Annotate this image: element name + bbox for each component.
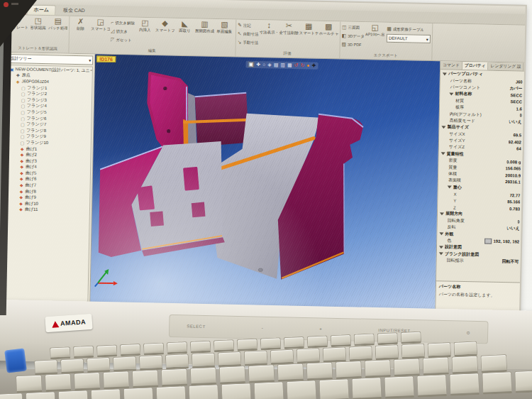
keyboard-key[interactable] <box>416 374 447 398</box>
ribbon-button-small[interactable]: ◿ 切欠き <box>111 27 135 35</box>
keyboard-key[interactable] <box>248 364 275 383</box>
keyboard-key[interactable] <box>60 359 84 374</box>
view-toolbar-icon[interactable]: ○ <box>262 62 265 67</box>
keyboard-key[interactable] <box>260 337 282 350</box>
forming-table-button[interactable]: ▦ 成形変換テーブル <box>387 25 423 33</box>
ribbon-button-small[interactable]: ◫ 三面図 <box>342 23 365 31</box>
keyboard-key[interactable] <box>297 348 321 364</box>
view-toolbar-icon[interactable]: ✚ <box>256 62 260 67</box>
keyboard-key[interactable] <box>286 380 316 399</box>
panel-tab[interactable]: コマンド <box>440 61 462 70</box>
keyboard-key[interactable] <box>237 339 258 351</box>
keyboard-key[interactable] <box>192 353 216 368</box>
view-toolbar-icon[interactable]: ▥ <box>280 62 285 68</box>
ribbon-button[interactable]: ▤ バッチ処理 <box>48 16 68 45</box>
keyboard-key[interactable] <box>393 358 420 377</box>
keyboard-key[interactable] <box>351 377 382 399</box>
keyboard-key[interactable] <box>214 339 235 352</box>
view-toolbar-icon[interactable]: ▣ <box>248 62 254 67</box>
keyboard-key[interactable] <box>307 335 328 348</box>
ribbon-button[interactable]: ◳ 形状認識 <box>28 16 48 45</box>
keyboard-key[interactable] <box>50 346 71 359</box>
ribbon-tab[interactable]: 板金 CAD <box>57 6 92 16</box>
keyboard-key[interactable] <box>221 383 251 399</box>
keyboard-key[interactable] <box>400 332 421 344</box>
keyboard-key[interactable] <box>253 381 284 399</box>
keyboard-key[interactable] <box>480 354 507 373</box>
keyboard-key[interactable] <box>143 342 165 355</box>
panel-tab[interactable]: レンダリング 設 <box>488 62 523 71</box>
ribbon-button[interactable]: ◲ スマートコーナー <box>91 17 111 46</box>
keyboard-key[interactable] <box>306 362 333 381</box>
keyboard-key[interactable] <box>190 341 211 354</box>
ribbon-button[interactable]: ↕ 寸法表示・非表示 <box>259 21 279 50</box>
keyboard-key[interactable] <box>364 359 391 378</box>
keyboard-key[interactable] <box>167 341 188 354</box>
tree-mode-combo[interactable]: 設計ツリー ▾ <box>8 54 93 65</box>
keyboard-key[interactable] <box>354 333 375 346</box>
ribbon-button-small[interactable]: ▨ 3D PDF <box>341 40 365 48</box>
keyboard-key[interactable] <box>165 354 189 369</box>
keyboard-key[interactable] <box>189 384 219 399</box>
tree-item[interactable]: ❖ 曲げ11 <box>7 207 89 214</box>
view-toolbar-icon[interactable]: ● <box>306 62 309 68</box>
keyboard-key[interactable] <box>34 359 58 375</box>
keyboard-key[interactable] <box>156 386 187 399</box>
keyboard-key[interactable] <box>103 371 130 390</box>
keyboard-key[interactable] <box>91 388 121 399</box>
ribbon-button-small[interactable]: ✎ 注記 <box>238 21 259 30</box>
ribbon-button[interactable]: ◱ AP100へ出力 <box>365 23 385 52</box>
ribbon-button[interactable]: ◰ 内挿入 <box>135 18 155 48</box>
ribbon-button[interactable]: ▥ 展開図作成 <box>194 19 214 48</box>
ribbon-button[interactable]: ▦ スマートチェック <box>299 21 318 50</box>
keyboard-key[interactable] <box>161 368 188 388</box>
panel-tab[interactable]: プロパティ <box>462 62 489 70</box>
ribbon-button[interactable]: ✗ 削除 <box>71 17 91 46</box>
keyboard-key[interactable] <box>451 356 478 375</box>
keyboard-key[interactable] <box>349 346 373 361</box>
keyboard-key[interactable] <box>26 391 56 399</box>
keyboard-key[interactable] <box>132 369 159 388</box>
ribbon-button[interactable]: ◣ 面取り <box>174 19 194 48</box>
keyboard-key[interactable] <box>277 363 304 382</box>
ribbon-button-small[interactable]: ↖ 自動寸法 <box>238 30 259 38</box>
keyboard-key[interactable] <box>219 366 246 385</box>
view-toolbar-icon[interactable]: ▤ <box>274 62 279 68</box>
keyboard-key[interactable] <box>123 387 154 399</box>
ribbon-button-small[interactable]: ⌐ 切欠き解除 <box>111 18 135 27</box>
keyboard-key[interactable] <box>323 346 347 362</box>
view-toolbar-icon[interactable]: ↻ <box>300 62 304 68</box>
ribbon-button-small[interactable]: ◸ ガセット <box>111 35 135 44</box>
keyboard-key[interactable] <box>427 342 451 358</box>
keyboard-key[interactable] <box>190 367 217 386</box>
keyboard-key[interactable] <box>0 393 23 399</box>
viewport-3d[interactable]: ID176 ▣✚○◈▤▥▦↺↻●✚ <box>90 54 440 314</box>
keyboard-key[interactable] <box>335 361 362 380</box>
ribbon-button-small[interactable]: ◧ 3Dデータ <box>341 31 365 40</box>
property-row[interactable]: 回転指示 回転不可 <box>437 257 521 266</box>
keyboard-key[interactable] <box>45 373 72 393</box>
keyboard-key[interactable] <box>139 355 163 371</box>
keyboard-key[interactable] <box>377 332 399 345</box>
keyboard-key[interactable] <box>73 346 94 359</box>
keyboard-key[interactable] <box>331 334 352 347</box>
ribbon-button[interactable]: ✂ 全寸法削除 <box>279 21 299 50</box>
view-toolbar-icon[interactable]: ↺ <box>294 62 298 68</box>
keyboard-key[interactable] <box>244 350 268 366</box>
view-toolbar-icon[interactable]: ✚ <box>311 63 316 69</box>
keyboard-key[interactable] <box>120 344 141 356</box>
keyboard-key[interactable] <box>401 344 425 359</box>
keyboard-key[interactable] <box>284 337 305 349</box>
forming-table-dropdown[interactable]: DEFAULT ▾ <box>387 34 431 43</box>
keyboard-key[interactable] <box>58 390 89 399</box>
keyboard-key[interactable] <box>113 356 137 371</box>
keyboard-key[interactable] <box>74 372 101 391</box>
keyboard-key[interactable] <box>16 375 43 394</box>
keyboard-key[interactable] <box>318 378 349 399</box>
view-toolbar-icon[interactable]: ▦ <box>287 62 292 68</box>
keyboard-key[interactable] <box>422 356 449 376</box>
ribbon-button[interactable]: ▧ 単面編集 <box>214 20 234 49</box>
keyboard-key[interactable] <box>375 344 399 360</box>
keyboard-key[interactable] <box>453 341 477 356</box>
keyboard-key[interactable] <box>384 376 414 399</box>
